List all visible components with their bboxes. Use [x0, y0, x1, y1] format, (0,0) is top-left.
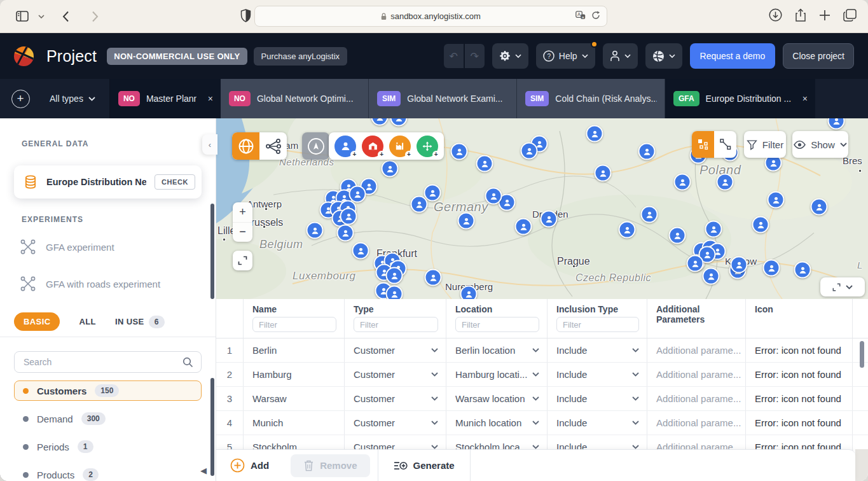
tab-all[interactable]: ALL [79, 317, 95, 326]
project-tab-global-network-optimi[interactable]: NOGlobal Network Optimi... [221, 79, 369, 118]
settings-menu-button[interactable] [492, 43, 528, 69]
sidebar-scrollbar-upper[interactable] [210, 204, 214, 299]
customer-marker[interactable] [731, 256, 748, 274]
customer-marker[interactable] [411, 196, 428, 213]
check-button[interactable]: CHECK [155, 174, 195, 190]
user-menu-button[interactable] [603, 43, 638, 69]
column-header-location[interactable]: Location [446, 299, 548, 338]
column-header-inclusion-type[interactable]: Inclusion Type [548, 299, 647, 338]
close-tab-icon[interactable]: × [797, 94, 808, 104]
inclusion-select[interactable]: Include [548, 411, 647, 435]
type-select[interactable]: Customer [345, 338, 446, 362]
inclusion-select[interactable]: Include [548, 387, 647, 410]
map-filter-button[interactable]: Filter [744, 131, 786, 158]
zoom-out-button[interactable]: − [233, 223, 252, 242]
translate-icon[interactable]: Aa [575, 11, 586, 22]
customer-marker[interactable] [705, 221, 722, 238]
location-select[interactable]: Munich location [446, 411, 548, 435]
scatter-view-button[interactable] [692, 131, 714, 158]
zoom-in-button[interactable]: + [233, 202, 252, 223]
sidebar-item-demand[interactable]: Demand300 [14, 408, 202, 429]
tab-in-use[interactable]: IN USE 6 [115, 316, 165, 328]
map-canvas[interactable]: damNetherlandsAntwerpBrusselsLilleBelgiu… [216, 118, 868, 299]
customer-marker[interactable] [752, 216, 769, 234]
close-project-button[interactable]: Close project [783, 43, 854, 69]
customer-marker[interactable] [763, 260, 780, 277]
customer-marker[interactable] [541, 211, 558, 228]
scenario-card[interactable]: Europe Distribution Netw... CHECK [14, 165, 202, 199]
back-button[interactable] [57, 8, 74, 25]
customer-marker[interactable] [641, 206, 658, 223]
icon-cell[interactable]: Error: icon not found [746, 363, 853, 386]
network-view-button[interactable] [259, 132, 287, 160]
search-input[interactable] [24, 357, 183, 367]
customer-marker[interactable] [386, 286, 403, 300]
add-dc-button[interactable]: + [362, 136, 383, 157]
new-tab-icon[interactable] [819, 10, 830, 24]
customer-marker[interactable] [425, 269, 442, 286]
remove-row-button[interactable]: Remove [291, 454, 369, 477]
icon-cell[interactable]: Error: icon not found [746, 411, 853, 435]
additional-parameters-cell[interactable]: Additional parame... [647, 411, 746, 435]
customer-marker[interactable] [768, 192, 785, 209]
add-factory-button[interactable]: + [389, 136, 411, 157]
add-supplier-button[interactable]: + [417, 136, 438, 157]
sidebar-scrollbar-lower[interactable] [210, 378, 214, 476]
add-customer-button[interactable]: + [334, 136, 356, 157]
customer-marker[interactable] [382, 160, 399, 178]
customer-marker[interactable] [811, 199, 828, 216]
tab-overview-icon[interactable] [843, 9, 857, 24]
project-tab-global-network-exami[interactable]: SIMGlobal Network Exami... [369, 79, 517, 118]
customer-marker[interactable] [638, 143, 656, 160]
customer-marker[interactable] [521, 143, 538, 160]
table-filter-input[interactable] [455, 317, 539, 332]
sidebar-collapse-arrow[interactable]: ◀ [200, 466, 207, 475]
inclusion-select[interactable]: Include [548, 363, 647, 386]
customer-marker[interactable] [424, 185, 441, 202]
panel-collapse-handle[interactable]: ‹ [202, 134, 217, 155]
name-cell[interactable]: Munich [244, 411, 345, 435]
share-icon[interactable] [795, 8, 806, 25]
customer-marker[interactable] [703, 268, 720, 285]
customer-marker[interactable] [340, 208, 357, 225]
customer-marker[interactable] [352, 242, 369, 260]
customer-marker[interactable] [458, 213, 475, 230]
sidebar-toggle-icon[interactable] [14, 8, 31, 25]
location-select[interactable]: Warsaw location [446, 387, 548, 410]
customer-marker[interactable] [586, 125, 603, 143]
customer-marker[interactable] [485, 188, 502, 205]
customer-marker[interactable] [451, 143, 468, 160]
generate-button[interactable]: Generate [378, 450, 471, 481]
type-select[interactable]: Customer [345, 411, 446, 435]
column-header-icon[interactable]: Icon [746, 299, 853, 338]
customer-marker[interactable] [307, 222, 324, 239]
new-scenario-tab-button[interactable]: + [0, 79, 41, 118]
table-filter-input[interactable] [252, 317, 336, 332]
additional-parameters-cell[interactable]: Additional parame... [647, 338, 746, 362]
chevron-down-icon[interactable] [846, 285, 853, 289]
sidebar-item-products[interactable]: Products2 [14, 464, 202, 481]
customer-marker[interactable] [460, 286, 478, 300]
expand-icon[interactable] [832, 283, 841, 291]
type-select[interactable]: Customer [345, 387, 446, 410]
customer-marker[interactable] [476, 155, 493, 172]
additional-parameters-cell[interactable]: Additional parame... [647, 387, 746, 410]
privacy-shield-icon[interactable] [240, 9, 251, 25]
language-menu-button[interactable] [645, 43, 682, 69]
customer-marker[interactable] [687, 255, 704, 272]
undo-button[interactable]: ↶ [444, 44, 464, 68]
customer-marker[interactable] [515, 218, 532, 235]
path-view-button[interactable] [714, 131, 736, 158]
location-select[interactable]: Berlin location [446, 338, 548, 362]
customer-marker[interactable] [794, 261, 811, 279]
project-tab-europe-distribution[interactable]: GFAEurope Distribution ...× [665, 79, 815, 118]
sidebar-item-periods[interactable]: Periods1 [14, 436, 202, 457]
experiment-item-gfa-with-roads-experiment[interactable]: GFA with roads experiment [0, 270, 216, 298]
table-filter-input[interactable] [354, 317, 438, 332]
column-header-additional-parameters[interactable]: Additional Parameters [647, 299, 746, 338]
sidebar-item-customers[interactable]: Customers150 [14, 380, 202, 401]
request-demo-button[interactable]: Request a demo [690, 43, 776, 69]
additional-parameters-cell[interactable]: Additional parame... [647, 363, 746, 386]
map-show-dropdown[interactable]: Show [792, 131, 848, 158]
name-cell[interactable]: Berlin [244, 338, 345, 362]
